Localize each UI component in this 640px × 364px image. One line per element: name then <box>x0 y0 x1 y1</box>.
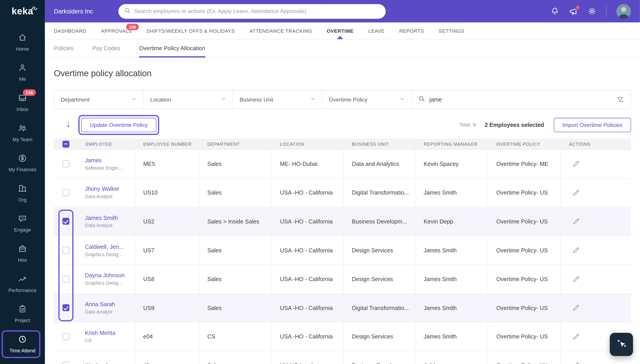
sub-nav-tab[interactable]: Policies <box>54 40 74 58</box>
megaphone-icon[interactable] <box>569 7 578 16</box>
nav-tab[interactable]: SETTINGS <box>439 22 465 39</box>
sidebar-item[interactable]: Home <box>0 27 45 58</box>
edit-pencil-icon[interactable] <box>572 246 580 254</box>
cell-department: Sales <box>199 294 271 322</box>
edit-pencil-icon[interactable] <box>572 362 580 364</box>
employee-link[interactable]: James <box>85 157 102 164</box>
employee-search-input[interactable] <box>429 96 612 103</box>
performance-icon <box>18 274 27 284</box>
edit-pencil-icon[interactable] <box>572 304 580 312</box>
employee-link[interactable]: Caldwell, Jen... <box>85 243 124 250</box>
logo-text: keka <box>12 6 34 16</box>
sidebar-item-label: Org <box>19 197 27 202</box>
global-search[interactable] <box>118 4 386 18</box>
cell-overtime-policy: Overtime Policy- UK... <box>488 351 560 364</box>
bell-icon[interactable] <box>550 7 559 16</box>
row-checkbox[interactable] <box>62 218 69 225</box>
row-checkbox[interactable] <box>62 276 69 282</box>
filter-dropdown[interactable]: Location <box>144 90 233 108</box>
sidebar: keka Home Me <box>0 0 45 364</box>
keka-logo[interactable]: keka <box>0 0 45 22</box>
nav-tab[interactable]: SHIFTS/WEEKLY OFFS & HOLIDAYS <box>146 22 235 39</box>
sort-down-icon[interactable] <box>64 121 72 129</box>
filter-dropdown[interactable]: Overtime Policy <box>322 90 412 108</box>
cell-employee-number: e04 <box>135 322 199 351</box>
sub-nav-tab[interactable]: Pay Codes <box>92 40 120 58</box>
row-checkbox[interactable] <box>62 189 69 196</box>
gear-icon[interactable] <box>588 7 596 16</box>
cell-overtime-policy: Overtime Policy- US <box>488 265 560 293</box>
employee-link[interactable]: Wesley James... <box>85 362 127 364</box>
sidebar-item[interactable]: Me <box>0 58 45 88</box>
cell-employee-number: 49 <box>135 351 199 364</box>
employee-link[interactable]: Krish Mehta <box>85 330 115 336</box>
team-icon <box>18 124 27 134</box>
column-header[interactable]: DEPARTMENT <box>199 139 271 149</box>
sidebar-item[interactable]: Hire <box>0 238 45 269</box>
edit-pencil-icon[interactable] <box>572 275 580 283</box>
sidebar-item[interactable]: Org <box>0 178 45 208</box>
employee-job-title: Data Analyst <box>85 309 112 315</box>
nav-tab[interactable]: DASHBOARD <box>54 22 86 39</box>
sidebar-item[interactable]: Inbox 218 <box>0 88 45 118</box>
global-search-input[interactable] <box>134 8 380 14</box>
import-overtime-policies-button[interactable]: Import Overtime Policies <box>554 118 631 132</box>
sidebar-item[interactable]: Time Attend <box>0 329 45 359</box>
sidebar-item[interactable]: Performance <box>0 269 45 299</box>
sidebar-item-label: Time Attend <box>10 348 36 354</box>
nav-tab[interactable]: APPROVALS 106 <box>101 22 132 39</box>
column-header[interactable]: EMPLOYEE <box>78 139 135 149</box>
row-checkbox[interactable] <box>62 247 69 254</box>
select-all-checkbox[interactable] <box>62 140 69 148</box>
sidebar-item-label: Performance <box>9 288 37 293</box>
avatar[interactable] <box>616 4 631 18</box>
sidebar-item[interactable]: Project <box>0 299 45 329</box>
column-header[interactable]: LOCATION <box>271 139 343 149</box>
sub-nav-tab[interactable]: Overtime Policy Allocation <box>139 40 205 58</box>
sidebar-item[interactable]: My Team <box>0 118 45 148</box>
chevron-down-icon <box>400 96 405 103</box>
employee-link[interactable]: Anna Sarah <box>85 301 115 307</box>
column-header[interactable]: REPORTING MANAGER <box>415 139 488 149</box>
cell-department: Sales <box>199 265 271 293</box>
row-checkbox[interactable] <box>62 333 69 340</box>
cell-location: USA -HO - California <box>271 178 343 207</box>
sidebar-item[interactable]: My Finances <box>0 148 45 178</box>
page-content: Overtime policy allocation Department <box>45 58 640 364</box>
cell-reporting-manager: James Smith <box>415 294 488 322</box>
nav-tab[interactable]: LEAVE <box>368 22 385 39</box>
nav-tab[interactable]: REPORTS <box>399 22 424 39</box>
column-header[interactable]: BUSINESS UNIT <box>343 139 415 149</box>
column-header[interactable]: ACTIONS <box>560 139 631 149</box>
nav-tab[interactable]: ATTENDANCE TRACKING <box>249 22 312 39</box>
row-checkbox[interactable] <box>62 304 69 311</box>
employee-link[interactable]: Dayna Johnson <box>85 272 125 278</box>
column-header[interactable]: EMPLOYEE NUMBER <box>135 139 199 149</box>
assistant-button[interactable] <box>610 333 633 356</box>
sidebar-nav: Home Me Inbox 218 <box>0 22 45 364</box>
cell-employee-number: US9 <box>135 294 199 322</box>
filter-dropdown[interactable]: Department <box>54 90 144 108</box>
cell-reporting-manager: Kevin Depp <box>415 207 488 236</box>
row-checkbox[interactable] <box>62 160 69 168</box>
employee-link[interactable]: Jhony Walker <box>85 186 119 192</box>
filter-bar: Department Location <box>54 90 631 109</box>
app-root: keka Home Me <box>0 0 640 364</box>
cell-business-unit: Business Developm... <box>343 351 415 364</box>
sidebar-item[interactable]: Engage <box>0 208 45 239</box>
table-row: James Smith Data Analyst US2 Sales > Ins… <box>54 207 631 236</box>
filter-dropdown[interactable]: Business Unit <box>233 90 322 108</box>
edit-pencil-icon[interactable] <box>572 332 580 340</box>
cell-business-unit: Business Developm... <box>343 207 415 236</box>
funnel-clear-icon[interactable] <box>616 96 624 104</box>
row-checkbox[interactable] <box>62 362 69 364</box>
employee-link[interactable]: James Smith <box>85 214 118 221</box>
cell-location: USA -HO - California <box>271 322 343 351</box>
edit-pencil-icon[interactable] <box>572 218 580 226</box>
edit-pencil-icon[interactable] <box>572 160 580 168</box>
nav-tab[interactable]: OVERTIME <box>327 22 354 39</box>
edit-pencil-icon[interactable] <box>572 189 580 196</box>
column-header[interactable]: OVERTIME POLICY <box>488 139 560 149</box>
table-header: EMPLOYEE EMPLOYEE NUMBER DEPARTMENT LOCA… <box>54 139 631 150</box>
update-overtime-policy-button[interactable]: Update Overtime Policy <box>81 118 156 132</box>
